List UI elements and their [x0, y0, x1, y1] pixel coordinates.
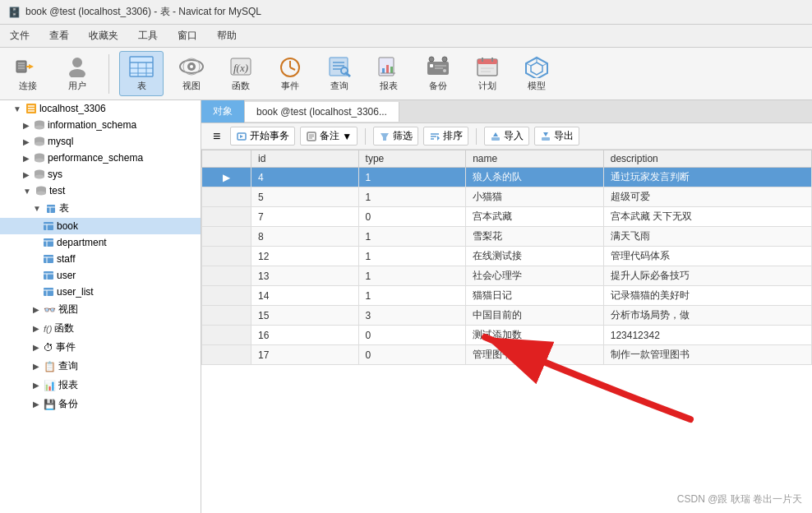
table-row[interactable]: 70宫本武藏宫本武藏 天下无双	[202, 207, 812, 227]
hamburger-menu[interactable]: ≡	[208, 127, 225, 146]
table-row[interactable]: 170管理图书新制作一款管理图书	[202, 345, 812, 365]
note-dropdown-arrow[interactable]: ▼	[342, 131, 352, 142]
col-header-description[interactable]: description	[603, 150, 811, 168]
sidebar-db-mysql[interactable]: ▶ mysql	[0, 133, 201, 150]
model-icon	[524, 55, 550, 78]
table-row[interactable]: ▶41狼人杀的队通过玩家发言判断	[202, 168, 812, 187]
cell-description: 管理代码体系	[603, 247, 811, 266]
sidebar-tables-label: 表	[59, 201, 69, 215]
table-row[interactable]: 51小猫猫超级可爱	[202, 187, 812, 207]
report-icon-wrapper	[376, 55, 402, 78]
col-header-id[interactable]: id	[251, 150, 359, 168]
cell-type: 0	[358, 345, 466, 365]
tab-book[interactable]: book @test (localhost_3306...	[245, 102, 399, 122]
begin-tx-button[interactable]: 开始事务	[230, 127, 295, 146]
svg-point-7	[69, 69, 85, 77]
sidebar-table-department[interactable]: department	[0, 234, 201, 251]
filter-button[interactable]: 筛选	[373, 127, 418, 146]
sidebar-table-staff[interactable]: staff	[0, 251, 201, 267]
data-table-container[interactable]: id type name description ▶41狼人杀的队通过玩家发言判…	[201, 150, 812, 513]
cell-id: 14	[251, 286, 359, 306]
sidebar-table-user[interactable]: user	[0, 267, 201, 284]
menu-tools[interactable]: 工具	[135, 27, 161, 44]
svg-rect-74	[44, 222, 53, 230]
toolbar-backup[interactable]: 备份	[417, 52, 459, 95]
sidebar-db-sys[interactable]: ▶ sys	[0, 166, 201, 183]
toolbar-model[interactable]: 模型	[515, 52, 558, 95]
cell-type: 1	[358, 266, 466, 286]
export-button[interactable]: 导出	[534, 127, 579, 146]
cell-type: 1	[358, 187, 466, 207]
cell-id: 12	[251, 247, 359, 266]
sidebar-reports-folder[interactable]: ▶ 📊 报表	[0, 376, 201, 395]
export-icon	[540, 131, 551, 142]
note-label: 备注	[320, 129, 339, 143]
cell-type: 0	[358, 326, 466, 345]
table-book-icon	[43, 220, 54, 232]
toolbar-backup-label: 备份	[429, 80, 447, 92]
toolbar-query-label: 查询	[330, 80, 348, 92]
table-row[interactable]: 81雪梨花满天飞雨	[202, 227, 812, 247]
toolbar-func[interactable]: f(x) 函数	[219, 52, 262, 95]
tab-objects[interactable]: 对象	[201, 100, 245, 122]
sidebar-db-test[interactable]: ▼ test	[0, 183, 201, 199]
table-dept-icon	[43, 237, 54, 248]
table-row[interactable]: 121在线测试接管理代码体系	[202, 247, 812, 266]
cell-type: 0	[358, 207, 466, 227]
col-header-name[interactable]: name	[466, 150, 604, 168]
sidebar-funcs-folder[interactable]: ▶ f() 函数	[0, 319, 201, 338]
toolbar-schedule-label: 计划	[478, 80, 496, 92]
col-header-type[interactable]: type	[358, 150, 466, 168]
svg-marker-48	[531, 62, 542, 75]
report-icon	[376, 55, 402, 78]
table-row[interactable]: 141猫猫日记记录猫猫的美好时	[202, 286, 812, 306]
menu-window[interactable]: 窗口	[174, 27, 201, 44]
menu-view[interactable]: 查看	[46, 27, 72, 44]
begin-tx-label: 开始事务	[250, 129, 289, 143]
sidebar-tables-folder[interactable]: ▼ 表	[0, 199, 201, 218]
menu-file[interactable]: 文件	[7, 27, 33, 44]
toolbar-report[interactable]: 报表	[367, 52, 410, 95]
sort-button[interactable]: 排序	[423, 127, 468, 146]
connect-icon-wrapper	[15, 55, 41, 78]
sidebar-db-information-schema[interactable]: ▶ information_schema	[0, 117, 201, 133]
note-button[interactable]: 备注 ▼	[300, 127, 358, 146]
cell-type: 1	[358, 227, 466, 247]
sidebar-db-performance[interactable]: ▶ performance_schema	[0, 150, 201, 166]
tab-bar: 对象 book @test (localhost_3306...	[201, 100, 812, 123]
tab-objects-label: 对象	[213, 105, 233, 117]
cell-description: 提升人际必备技巧	[603, 266, 811, 286]
sidebar-table-user-list[interactable]: user_list	[0, 284, 201, 300]
cell-id: 16	[251, 326, 359, 345]
sidebar-server[interactable]: ▼ localhost_3306	[0, 100, 201, 117]
sidebar-table-book[interactable]: book	[0, 218, 201, 234]
toolbar-schedule[interactable]: 计划	[466, 52, 509, 95]
toolbar-query[interactable]: 查询	[318, 52, 361, 95]
sidebar-views-label: 视图	[58, 303, 78, 317]
toolbar-event[interactable]: 事件	[269, 52, 311, 95]
toolbar-connect[interactable]: 连接	[7, 52, 49, 95]
toolbar-user[interactable]: 用户	[56, 52, 99, 95]
import-button[interactable]: 导入	[484, 127, 529, 146]
tab-book-label: book @test (localhost_3306...	[256, 106, 387, 118]
table-row[interactable]: 131社会心理学提升人际必备技巧	[202, 266, 812, 286]
menu-favorites[interactable]: 收藏夹	[85, 27, 122, 44]
tables-expand-arrow: ▼	[33, 204, 41, 213]
cell-name: 管理图书新	[466, 345, 604, 365]
sidebar-backups-folder[interactable]: ▶ 💾 备份	[0, 395, 201, 414]
sidebar-views-folder[interactable]: ▶ 👓 视图	[0, 300, 201, 319]
svg-point-6	[72, 58, 82, 67]
toolbar-sep-1	[108, 54, 109, 94]
sidebar-table-user-label: user	[57, 270, 76, 281]
cell-name: 中国目前的	[466, 306, 604, 326]
table-row[interactable]: 160测试添加数123412342	[202, 326, 812, 345]
svg-point-64	[35, 159, 44, 163]
table-row[interactable]: 153中国目前的分析市场局势，做	[202, 306, 812, 326]
toolbar-view[interactable]: 视图	[170, 52, 213, 95]
toolbar-table[interactable]: 表	[119, 51, 164, 96]
menu-help[interactable]: 帮助	[214, 27, 240, 44]
cell-description: 超级可爱	[603, 187, 811, 207]
sidebar-table-userlist-label: user_list	[57, 286, 94, 298]
sidebar-queries-folder[interactable]: ▶ 📋 查询	[0, 357, 201, 376]
sidebar-events-folder[interactable]: ▶ ⏱ 事件	[0, 338, 201, 357]
